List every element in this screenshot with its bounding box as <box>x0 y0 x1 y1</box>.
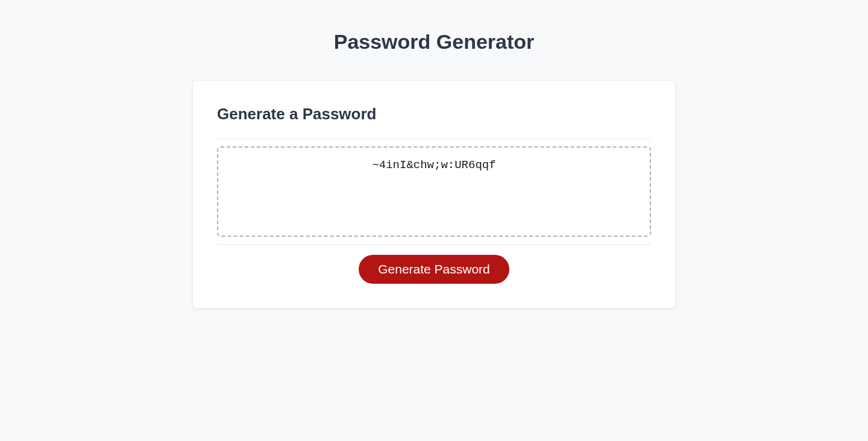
page-title: Password Generator <box>193 30 675 54</box>
card-footer: Generate Password <box>217 244 651 284</box>
password-output: ~4inI&chw;w:UR6qqf <box>217 146 651 237</box>
generate-password-button[interactable]: Generate Password <box>359 255 509 284</box>
card-heading: Generate a Password <box>217 105 651 139</box>
password-card: Generate a Password ~4inI&chw;w:UR6qqf G… <box>193 81 675 308</box>
